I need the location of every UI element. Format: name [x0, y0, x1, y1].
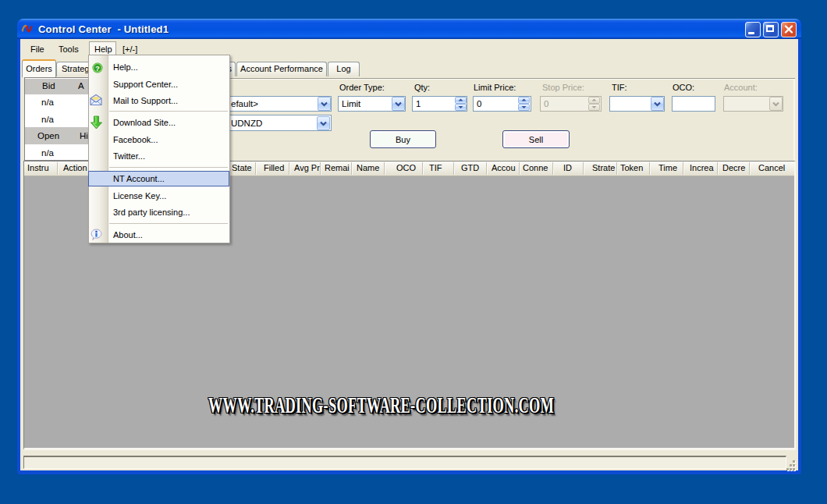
- svg-text:?: ?: [95, 64, 100, 73]
